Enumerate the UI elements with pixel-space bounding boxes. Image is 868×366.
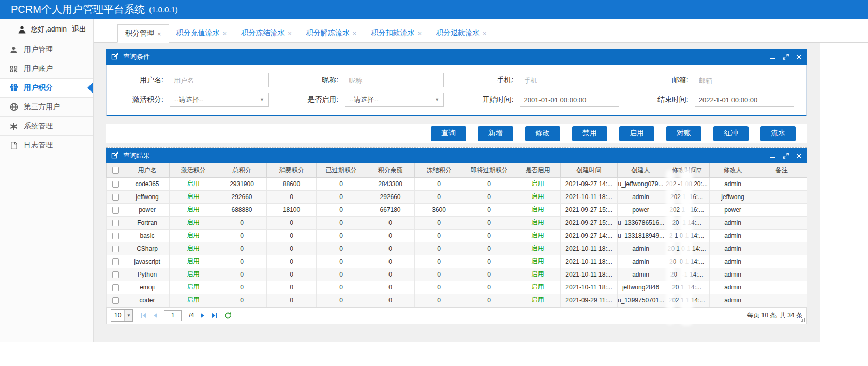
row-checkbox[interactable] (112, 246, 119, 252)
table-row[interactable]: Fortran 启用 0 0 0 0 0 0 启用 2021-09-27 15:… (107, 216, 807, 229)
row-checkbox[interactable] (112, 220, 119, 226)
flow-button[interactable]: 流水 (760, 126, 796, 141)
minimize-icon[interactable] (769, 152, 775, 159)
tab-points-deduction-flow[interactable]: 积分扣款流水 × (371, 28, 422, 38)
enabled-select[interactable]: --请选择-- ▼ (345, 93, 444, 107)
sidebar-item-log-management[interactable]: 日志管理 (0, 136, 93, 155)
nickname-input[interactable] (345, 73, 444, 87)
column-header-enabled[interactable]: 是否启用 (515, 163, 561, 177)
sidebar-item-system-management[interactable]: 系统管理 (0, 117, 93, 136)
column-header-username[interactable]: 用户名 (125, 163, 170, 177)
add-button[interactable]: 新增 (478, 126, 513, 141)
first-page-button[interactable] (140, 312, 147, 319)
refresh-icon[interactable] (224, 312, 232, 319)
enable-button[interactable]: 启用 (619, 126, 654, 141)
tab-points-management[interactable]: 积分管理 × (117, 24, 169, 43)
reconcile-button[interactable]: 对账 (666, 126, 701, 141)
table-row[interactable]: code365 启用 2931900 88600 0 2843300 0 0 启… (107, 177, 807, 190)
next-page-button[interactable] (199, 312, 206, 319)
column-header-balance[interactable]: 积分余额 (366, 163, 415, 177)
column-header-expiring[interactable]: 即将过期积分 (463, 163, 515, 177)
row-checkbox[interactable] (112, 284, 119, 291)
close-icon[interactable] (796, 153, 802, 159)
cell-remark (756, 242, 807, 255)
row-checkbox[interactable] (112, 194, 119, 201)
expand-icon[interactable] (783, 54, 789, 60)
cell-created: 2021-09-29 11:... (561, 294, 618, 307)
expand-icon[interactable] (783, 152, 789, 159)
column-header-created[interactable]: 创建时间 (561, 163, 618, 177)
cell-username: Fortran (125, 216, 170, 229)
sidebar-item-user-accounts[interactable]: 用户账户 (0, 59, 93, 79)
tab-points-recharge-flow[interactable]: 积分充值流水 × (176, 28, 227, 38)
logout-link[interactable]: 退出 (72, 25, 86, 34)
column-header-total[interactable]: 总积分 (217, 163, 267, 177)
tab-points-freeze-flow[interactable]: 积分冻结流水 × (241, 28, 292, 38)
reverse-button[interactable]: 红冲 (713, 126, 749, 141)
cell-username: javascript (125, 255, 170, 268)
close-tab-icon[interactable]: × (288, 29, 292, 37)
sidebar-item-user-management[interactable]: 用户管理 (0, 40, 93, 59)
cell-creator: power (618, 203, 664, 216)
cell-balance: 2843300 (366, 177, 415, 190)
table-row[interactable]: javascript 启用 0 0 0 0 0 0 启用 2021-10-11 … (107, 255, 807, 268)
sidebar-item-third-party-users[interactable]: 第三方用户 (0, 98, 93, 117)
table-row[interactable]: basic 启用 0 0 0 0 0 0 启用 2021-09-27 14:..… (107, 229, 807, 242)
username-input[interactable] (170, 73, 269, 87)
activate-points-select[interactable]: --请选择-- ▼ (170, 93, 269, 107)
column-header-activate[interactable]: 激活积分 (170, 163, 217, 177)
cell-modified: 20 1 0-1 14:... (664, 242, 710, 255)
row-checkbox[interactable] (112, 258, 119, 265)
column-header-consumed[interactable]: 消费积分 (267, 163, 317, 177)
tab-points-refund-flow[interactable]: 积分退款流水 × (436, 28, 487, 38)
close-tab-icon[interactable]: × (417, 29, 422, 37)
cell-enabled: 启用 (515, 255, 561, 268)
email-input[interactable] (695, 73, 794, 87)
row-checkbox[interactable] (112, 181, 119, 188)
row-checkbox[interactable] (112, 207, 119, 213)
column-header-modifier[interactable]: 修改人 (710, 163, 756, 177)
row-checkbox[interactable] (112, 233, 119, 239)
start-time-input[interactable] (520, 93, 619, 107)
page-size-select[interactable]: 10 ▼ (111, 309, 133, 322)
table-row[interactable]: jeffwong 启用 292660 0 0 292660 0 0 启用 202… (107, 190, 807, 203)
column-header-remark[interactable]: 备注 (756, 163, 807, 177)
search-button[interactable]: 查询 (431, 126, 466, 141)
column-header-creator[interactable]: 创建人 (618, 163, 664, 177)
close-tab-icon[interactable]: × (353, 29, 357, 37)
sidebar-item-user-points[interactable]: 用户积分 (0, 79, 93, 98)
cell-consumed: 0 (267, 229, 317, 242)
minimize-icon[interactable] (769, 54, 775, 60)
cell-expiring: 0 (463, 242, 515, 255)
close-tab-icon[interactable]: × (483, 29, 487, 37)
end-time-input[interactable] (695, 93, 794, 107)
disable-button[interactable]: 禁用 (572, 126, 607, 141)
table-row[interactable]: emoji 启用 0 0 0 0 0 0 启用 2021-10-11 18:..… (107, 281, 807, 294)
table-row[interactable]: coder 启用 0 0 0 0 0 0 启用 2021-09-29 11:..… (107, 294, 807, 307)
cell-consumed: 0 (267, 242, 317, 255)
row-checkbox[interactable] (112, 271, 119, 278)
close-tab-icon[interactable]: × (223, 29, 227, 37)
prev-page-button[interactable] (152, 312, 159, 319)
column-header-modified-sort[interactable]: 修改时间▽ (664, 163, 710, 177)
resize-grip[interactable] (800, 317, 805, 323)
cell-frozen: 0 (415, 281, 463, 294)
select-all-checkbox[interactable] (112, 167, 119, 174)
row-checkbox-cell (107, 177, 125, 190)
page-number-input[interactable] (164, 310, 182, 321)
close-icon[interactable] (796, 54, 802, 60)
table-row[interactable]: CSharp 启用 0 0 0 0 0 0 启用 2021-10-11 18:.… (107, 242, 807, 255)
edit-button[interactable]: 修改 (525, 126, 560, 141)
cell-creator: u_1399750701... (618, 294, 664, 307)
table-row[interactable]: power 启用 688880 18100 0 667180 3600 0 启用… (107, 203, 807, 216)
row-checkbox[interactable] (112, 297, 119, 304)
last-page-button[interactable] (211, 312, 218, 319)
cell-frozen: 0 (415, 216, 463, 229)
mobile-input[interactable] (520, 73, 619, 87)
cell-username: CSharp (125, 242, 170, 255)
table-row[interactable]: Python 启用 0 0 0 0 0 0 启用 2021-10-11 18:.… (107, 268, 807, 281)
close-tab-icon[interactable]: × (157, 30, 161, 38)
column-header-frozen[interactable]: 冻结积分 (415, 163, 463, 177)
tab-points-unfreeze-flow[interactable]: 积分解冻流水 × (306, 28, 357, 38)
column-header-expired[interactable]: 已过期积分 (317, 163, 366, 177)
